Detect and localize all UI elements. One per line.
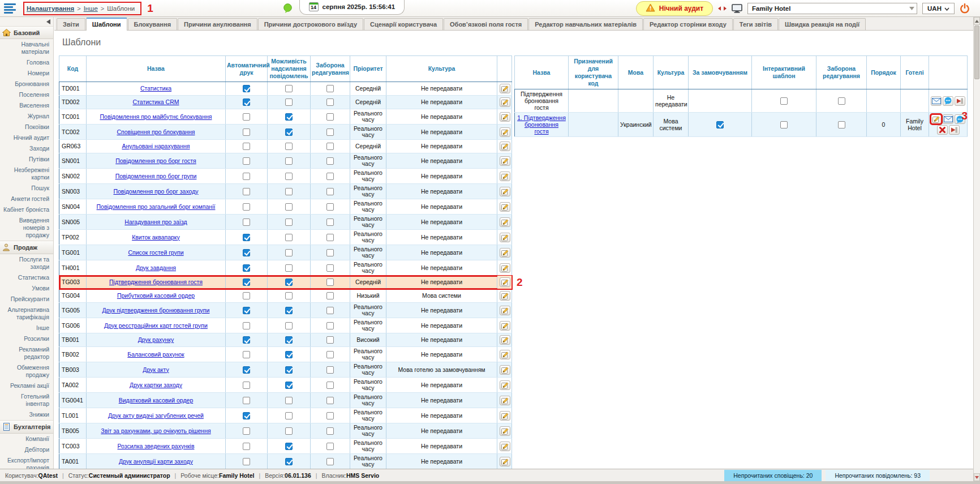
transfer-arrows-icon[interactable] [718,6,727,11]
template-link[interactable]: Друк завдання [136,264,176,271]
template-link[interactable]: Друк підтвердження бронювання групи [102,307,210,314]
auto-print-checkbox[interactable] [243,382,250,389]
sidebar-item[interactable]: Дебітори [0,444,53,455]
sidebar-item[interactable]: Послуги та заходи [0,254,53,272]
datetime-widget[interactable]: 14 серпня 2025р. 15:56:41 [299,0,405,15]
tab-11[interactable]: Швидка реакція на події [779,18,866,30]
notification-counter[interactable]: Непрочитаних повідомлень: 93 [826,470,930,481]
can-send-checkbox[interactable] [285,443,293,450]
template-link[interactable]: Квиток аквапарку [132,234,180,241]
edit-icon[interactable] [500,426,510,436]
interactive-checkbox[interactable] [780,97,788,105]
edit-forbidden-checkbox[interactable] [326,427,334,435]
edit-forbidden-checkbox[interactable] [326,292,334,299]
template-link[interactable]: Список гостей групи [128,249,183,256]
auto-print-checkbox[interactable] [243,366,250,374]
edit-icon[interactable] [500,217,510,227]
auto-print-checkbox[interactable] [243,397,250,404]
edit-forbidden-checkbox[interactable] [326,412,334,419]
auto-print-checkbox[interactable] [243,219,250,226]
edit-forbidden-checkbox[interactable] [326,366,334,374]
edit-icon[interactable] [500,291,510,301]
template-link[interactable]: Повідомлення про борг групи [115,173,197,179]
can-send-checkbox[interactable] [285,98,293,106]
edit-icon[interactable] [500,248,510,258]
open-icon[interactable] [955,96,965,106]
auto-print-checkbox[interactable] [243,249,250,256]
template-link[interactable]: Анульовані нарахування [122,143,190,149]
template-link[interactable]: Балансовий рахунок [127,351,184,358]
can-send-checkbox[interactable] [285,427,293,435]
tab-9[interactable]: Редактор сторінки входу [643,18,733,30]
edit-forbidden-checkbox[interactable] [326,85,334,92]
template-link[interactable]: Нагадування про заїзд [124,219,187,225]
breadcrumb-link[interactable]: Налаштування [27,5,74,12]
tab-2[interactable]: Шаблони [86,18,127,31]
sidebar-item[interactable]: Журнал [0,111,53,122]
edit-icon[interactable] [500,233,510,242]
template-link[interactable]: Друк ануляції карти заходу [119,458,193,465]
auto-print-checkbox[interactable] [243,307,250,314]
sidebar-item[interactable]: Рекламні акції [0,380,53,391]
can-send-checkbox[interactable] [285,143,293,150]
edit-icon[interactable] [500,335,510,345]
auto-print-checkbox[interactable] [243,143,250,150]
sidebar-item[interactable]: Головна [0,57,53,68]
edit-forbidden-checkbox[interactable] [326,157,334,165]
edit-icon[interactable] [500,172,510,181]
currency-selector[interactable]: UAH [922,3,955,14]
edit-forbidden-checkbox[interactable] [326,397,334,404]
can-send-checkbox[interactable] [285,307,293,314]
can-send-checkbox[interactable] [285,203,293,211]
sidebar-item[interactable]: Готельний інвентар [0,391,53,409]
sidebar-item[interactable]: Незбережені картки [0,165,53,183]
power-logout-icon[interactable] [960,3,970,14]
auto-print-checkbox[interactable] [243,264,250,272]
sidebar-section-header[interactable]: Бухгалтерія [0,420,53,434]
edit-icon[interactable] [500,411,510,421]
scroll-down-icon[interactable] [974,473,980,481]
tab-8[interactable]: Редактор навчальних матеріалів [528,18,643,30]
auto-print-checkbox[interactable] [243,427,250,435]
edit-forbidden-checkbox[interactable] [326,203,334,211]
auto-print-checkbox[interactable] [243,412,250,419]
edit-forbidden-checkbox[interactable] [326,443,334,450]
edit-forbidden-checkbox[interactable] [326,113,334,121]
auto-print-checkbox[interactable] [243,458,250,465]
template-link[interactable]: Повідомлення про борг гостя [115,157,196,164]
edit-icon[interactable] [500,442,510,451]
edit-forbidden-checkbox[interactable] [326,336,334,344]
tab-6[interactable]: Сценарії користувача [364,18,443,30]
sidebar-item[interactable]: Інше [0,323,53,333]
sidebar-item[interactable]: Статистика [0,272,53,283]
can-send-checkbox[interactable] [285,85,293,92]
tab-4[interactable]: Причини анулювання [178,18,257,30]
sidebar-item[interactable]: Нічний аудит [0,132,53,143]
sidebar-item[interactable]: Рекламний редактор [0,344,53,362]
sidebar-item[interactable]: Виведення номерів з продажу [0,215,53,241]
edit-icon[interactable] [500,321,510,331]
notification-counter[interactable]: Непрочитаних сповіщень: 20 [724,470,822,481]
hotel-selector[interactable]: Family Hotel [747,3,917,14]
template-link[interactable]: Друк реєстраційних карт гостей групи [104,322,208,329]
auto-print-checkbox[interactable] [243,279,250,286]
auto-print-checkbox[interactable] [243,173,250,180]
sidebar-item[interactable]: Компанії [0,434,53,444]
template-link[interactable]: Друк акту видачі загублених речей [108,412,204,419]
edit-icon[interactable] [500,187,510,196]
edit-icon[interactable] [500,306,510,315]
auto-print-checkbox[interactable] [243,113,250,121]
sidebar-item[interactable]: Анкети гостей [0,194,53,204]
scroll-up-icon[interactable] [974,17,980,25]
workstation-monitor-icon[interactable] [732,4,742,13]
edit-forbidden-checkbox[interactable] [326,143,334,150]
sidebar-item[interactable]: Розсилки [0,333,53,344]
edit-icon[interactable] [500,380,510,390]
can-send-checkbox[interactable] [285,458,293,465]
template-link[interactable]: Розсилка зведених рахунків [118,443,195,449]
can-send-checkbox[interactable] [285,157,293,165]
template-link[interactable]: Повідомлення про загальний борг компанії [97,203,216,210]
sidebar-item[interactable]: Навчальні матеріали [0,39,53,57]
select-arrow-icon[interactable] [907,7,917,10]
edit-icon[interactable] [500,84,510,93]
